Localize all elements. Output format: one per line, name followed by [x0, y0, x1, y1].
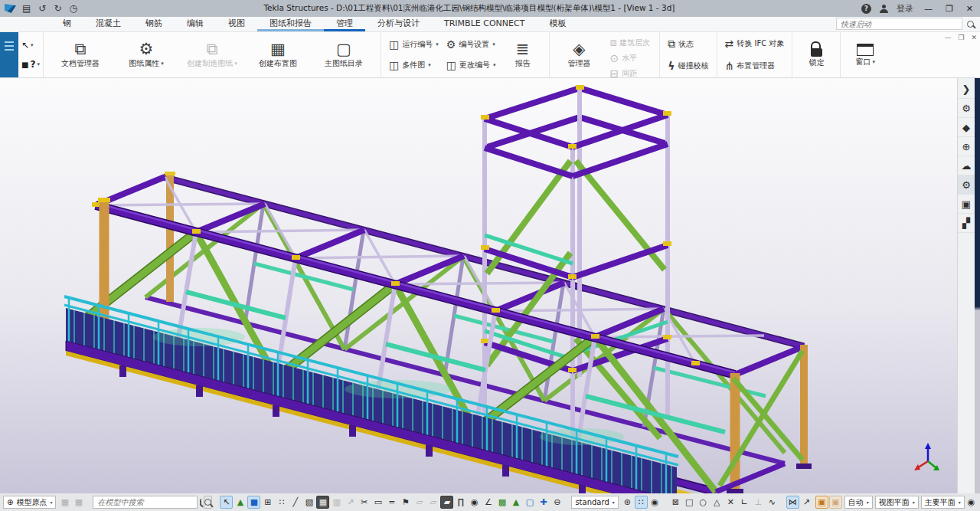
select-welds-icon[interactable]: ▰	[440, 496, 453, 509]
tab-analysis-design[interactable]: 分析与设计	[365, 17, 432, 31]
tab-template[interactable]: 模板	[537, 17, 578, 31]
tekla-online-globe-icon[interactable]: ⊕	[958, 137, 975, 156]
tab-view[interactable]: 视图	[216, 17, 257, 31]
login-button[interactable]: 登录	[897, 3, 913, 15]
select-grids-icon[interactable]: ▦	[316, 496, 329, 509]
search-window-icon[interactable]	[204, 496, 212, 509]
select-details-icon[interactable]: ▱	[426, 496, 439, 509]
selection-filter-dropdown[interactable]: standard▾	[571, 496, 618, 509]
select-points-cloud-icon[interactable]: ▲	[509, 496, 522, 509]
ortho-toggle-icon[interactable]: ▣	[815, 496, 828, 509]
zoom-select-icon[interactable]: ▢	[523, 496, 536, 509]
select-grid-lines-icon[interactable]: ▥	[330, 496, 343, 509]
pan-icon[interactable]: ✚	[537, 496, 550, 509]
select-components-icon[interactable]: ▲	[234, 496, 247, 509]
ribbon-restore-icon[interactable]: ❐	[958, 34, 964, 41]
select-reference-icon[interactable]: ↗	[344, 496, 357, 509]
file-menu-strip[interactable]	[0, 32, 18, 77]
tab-manage[interactable]: 管理	[324, 17, 365, 31]
snap-extension-icon[interactable]: ⊥	[752, 496, 765, 509]
select-cuts-icon[interactable]: ✂	[358, 496, 371, 509]
select-plane-icon[interactable]: ▩	[495, 496, 508, 509]
select-points-icon[interactable]: ∷	[275, 496, 288, 509]
select-surface-treatment-icon[interactable]: ◉	[468, 496, 481, 509]
building-hierarchy-button[interactable]: ⧈ 建筑层次	[606, 34, 653, 51]
create-shop-drawings-button[interactable]: ⧉ 创建制造图纸▾	[180, 34, 244, 76]
model-3d-viewport[interactable]	[0, 78, 957, 493]
tab-edit[interactable]: 编辑	[175, 17, 216, 31]
select-parts-icon[interactable]: ■	[247, 496, 260, 509]
history-icon[interactable]: ◷	[69, 3, 77, 14]
ribbon-minimize-icon[interactable]: —	[944, 34, 951, 41]
ribbon-close-icon[interactable]: ✕	[971, 34, 977, 41]
drawing-properties-button[interactable]: ⚙ 图纸属性▾	[114, 34, 178, 76]
snap-circle-icon[interactable]: ○	[697, 496, 710, 509]
snap-override-icon[interactable]: ⋈	[786, 496, 799, 509]
select-connections-icon[interactable]: ▱	[413, 496, 426, 509]
snap-reference-points-icon[interactable]: ⊠	[669, 496, 682, 509]
search-icon[interactable]	[200, 499, 201, 506]
phase-button-1[interactable]: ▦	[58, 496, 71, 509]
save-icon[interactable]: ▤	[22, 3, 31, 14]
learning-cap-icon[interactable]: ◆	[958, 118, 975, 137]
quick-launch-input[interactable]	[836, 18, 962, 30]
model-objects-cube-icon[interactable]: ▣	[958, 195, 975, 214]
applications-components-icon[interactable]: ⚙	[958, 99, 975, 118]
view-plane-dropdown[interactable]: 视图平面▾	[875, 496, 919, 509]
relative-coords-toggle-icon[interactable]: ▣	[829, 496, 842, 509]
undo-icon[interactable]: ↺	[38, 3, 46, 14]
inquire-tool-button[interactable]: ■? ▾	[21, 59, 40, 70]
collapse-panel-chevron-icon[interactable]: ❯	[958, 80, 975, 99]
custom-components-icon[interactable]: ▞	[958, 214, 975, 233]
trimble-connect-cloud-icon[interactable]: ☁	[958, 156, 975, 175]
snap-direction-icon[interactable]: ↗	[800, 496, 813, 509]
select-fittings-icon[interactable]: ═	[385, 496, 398, 509]
phase-button-2[interactable]: ▦	[72, 496, 85, 509]
tab-rebar[interactable]: 钢筋	[133, 17, 175, 31]
master-drawing-catalog-button[interactable]: ▢ 主图纸目录	[312, 34, 376, 76]
snap-perpendicular-icon[interactable]: ∟	[738, 496, 751, 509]
view-visibility-eye-icon[interactable]: ◉	[967, 496, 976, 509]
status-button[interactable]: ⧉ 状态	[665, 36, 711, 52]
model-search-input[interactable]	[93, 496, 198, 509]
snap-intersection-icon[interactable]: ✕	[724, 496, 737, 509]
redo-icon[interactable]: ↻	[54, 3, 61, 14]
tab-drawings-reports[interactable]: 图纸和报告	[257, 17, 324, 31]
select-reinforcing-bars-icon[interactable]: ∏	[454, 496, 467, 509]
change-numbering-button[interactable]: ◫ 更改编号▾	[443, 57, 499, 73]
select-distances-icon[interactable]: ∠	[482, 496, 495, 509]
snap-geometry-points-icon[interactable]: □	[683, 496, 696, 509]
run-numbering-button[interactable]: ◫ 运行编号▾	[386, 37, 442, 52]
select-assemblies-icon[interactable]: ⊞	[261, 496, 274, 509]
lock-button[interactable]: 锁定	[797, 34, 835, 76]
search-icon[interactable]	[967, 21, 974, 28]
snap-free-icon[interactable]: ∿	[766, 496, 779, 509]
numbering-settings-button[interactable]: ⚙ 编号设置▾	[443, 37, 499, 52]
select-all-cursor-icon[interactable]: ↖	[220, 496, 233, 509]
tab-trimble-connect[interactable]: TRIMBLE CONNECT	[432, 17, 537, 31]
settings-gear-icon[interactable]: ⚙	[958, 175, 975, 195]
layout-manager-button[interactable]: ⋔ 布置管理器	[722, 58, 788, 74]
create-ga-drawing-button[interactable]: ▦ 创建布置图	[246, 34, 310, 76]
model-origin-dropdown[interactable]: ⊕ 模型原点 ▾	[3, 496, 56, 509]
visibility-eye-icon[interactable]: ◉	[648, 496, 662, 509]
clash-check-button[interactable]: ϟ 碰撞校核	[665, 58, 711, 74]
user-icon[interactable]	[880, 5, 888, 13]
select-views-icon[interactable]: ▭	[371, 496, 384, 509]
window-button[interactable]: 窗口▾	[845, 34, 885, 76]
minimize-button[interactable]: —	[922, 4, 935, 14]
convert-ifc-button[interactable]: ⇄ 转换 IFC 对象	[722, 36, 788, 51]
level-button[interactable]: ⊙ 水平	[606, 51, 653, 66]
snap-to-points-toggle-icon[interactable]: ∷	[635, 496, 648, 509]
tab-concrete[interactable]: 混凝土	[83, 17, 133, 31]
pointer-tool-button[interactable]: ↖ ▾	[21, 40, 40, 51]
tab-steel[interactable]: 钢	[51, 17, 83, 31]
multi-drawing-button[interactable]: ◫ 多件图▾	[386, 57, 442, 73]
snap-depth-auto-dropdown[interactable]: 自动▾	[844, 496, 873, 509]
select-marks-icon[interactable]: ⚑	[399, 496, 412, 509]
manager-button[interactable]: ◈ 管理器	[554, 34, 603, 76]
snap-triangle-icon[interactable]: △	[710, 496, 724, 509]
document-manager-button[interactable]: ⧉ 文档管理器	[48, 34, 113, 76]
restore-button[interactable]: ❐	[943, 4, 956, 14]
close-button[interactable]: ✕	[964, 4, 975, 14]
